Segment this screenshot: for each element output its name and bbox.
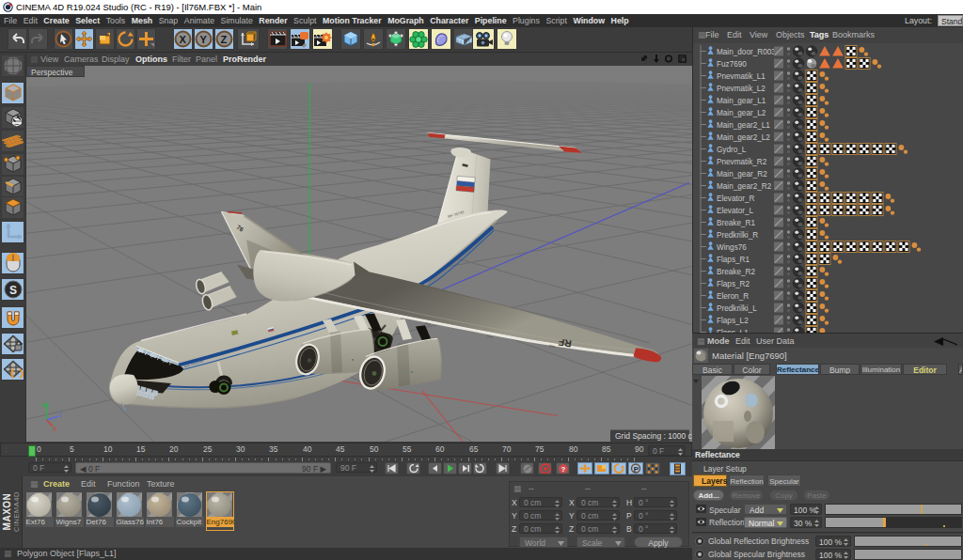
svg-text:Pnevmatik_L1: Pnevmatik_L1 [717,72,766,81]
svg-text:Y: Y [200,34,208,45]
svg-text:Breake_R1: Breake_R1 [717,219,755,227]
svg-text:Breake_R2: Breake_R2 [717,268,755,276]
svg-text:Grid Spacing : 1000 cm: Grid Spacing : 1000 cm [615,431,692,441]
svg-text:Flaps_R2: Flaps_R2 [717,280,750,288]
svg-text:Main_gear2_L1: Main_gear2_L1 [717,121,770,130]
svg-text:Main_door_R003: Main_door_R003 [717,48,776,56]
svg-text:Main_gear_L2: Main_gear_L2 [717,109,766,117]
svg-text:Pnevmatik_L2: Pnevmatik_L2 [717,85,766,93]
svg-text:Wings76: Wings76 [717,243,747,252]
svg-text:Main_gear2_L2: Main_gear2_L2 [717,133,770,142]
svg-text:Main_gear_L1: Main_gear_L1 [717,97,766,105]
svg-text:Elevator_L: Elevator_L [717,207,754,215]
svg-text:X: X [53,426,57,432]
svg-text:Main_gear2_R2: Main_gear2_R2 [717,182,772,191]
svg-text:Eleron_R: Eleron_R [717,292,749,301]
svg-text:X: X [180,34,187,45]
svg-text:?: ? [561,465,566,474]
svg-text:S: S [9,284,17,297]
svg-text:Pnevmatik_R2: Pnevmatik_R2 [717,158,767,166]
svg-text:Gydro_L: Gydro_L [717,146,747,154]
svg-text:Predkrilki_R: Predkrilki_R [717,231,758,240]
svg-text:Fuz7690: Fuz7690 [717,60,747,69]
svg-text:Predkrilki_L: Predkrilki_L [717,304,757,313]
svg-text:Elevator_R: Elevator_R [717,194,755,203]
svg-text:Flaps_L2: Flaps_L2 [717,317,749,325]
svg-text:Flaps_R1: Flaps_R1 [717,256,750,264]
svg-text:P: P [634,465,639,474]
svg-text:Y: Y [40,402,45,409]
svg-text:Z: Z [58,412,62,418]
svg-text:RF: RF [557,336,572,350]
svg-text:Main_gear_R2: Main_gear_R2 [717,170,767,179]
svg-text:Z: Z [221,34,228,45]
